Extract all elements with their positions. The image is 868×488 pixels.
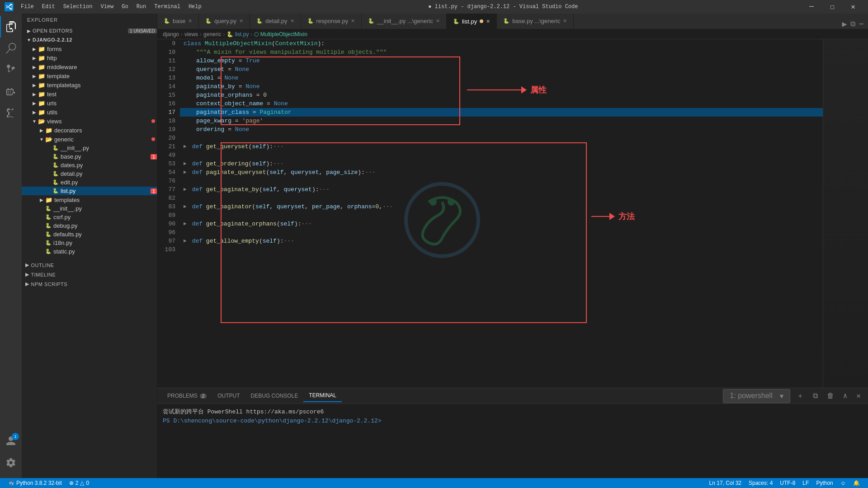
- tab-base-close[interactable]: ✕: [188, 18, 192, 24]
- tab-output[interactable]: OUTPUT: [212, 390, 245, 402]
- tab-list-close[interactable]: ✕: [486, 19, 490, 24]
- collapse-77[interactable]: ▶: [184, 185, 187, 194]
- collapse-97[interactable]: ▶: [184, 237, 187, 245]
- status-spaces[interactable]: Spaces: 4: [745, 480, 776, 486]
- folder-decorators[interactable]: ▶ 📁 decorators: [22, 126, 157, 135]
- tab-problems[interactable]: PROBLEMS 2: [162, 390, 212, 402]
- explorer-icon[interactable]: [0, 16, 22, 38]
- tab-init-generic-close[interactable]: ✕: [436, 18, 440, 24]
- breadcrumb-django[interactable]: django: [163, 31, 179, 38]
- file-defaults[interactable]: 🐍 defaults.py: [22, 230, 157, 239]
- npm-scripts-section[interactable]: ▶ NPM SCRIPTS: [22, 279, 157, 289]
- search-icon[interactable]: [0, 38, 22, 59]
- menu-view[interactable]: View: [97, 2, 117, 11]
- extensions-icon[interactable]: [0, 103, 22, 124]
- status-line-ending[interactable]: LF: [799, 480, 812, 486]
- folder-templates[interactable]: ▶ 📁 templates: [22, 195, 157, 204]
- source-control-icon[interactable]: [0, 59, 22, 81]
- file-dates[interactable]: 🐍 dates.py: [22, 161, 157, 169]
- tab-query-close[interactable]: ✕: [239, 18, 243, 24]
- tab-base[interactable]: 🐍 base ✕: [157, 14, 199, 29]
- timeline-section[interactable]: ▶ TIMELINE: [22, 270, 157, 279]
- folder-test[interactable]: ▶ 📁 test: [22, 89, 157, 99]
- menu-selection[interactable]: Selection: [60, 2, 96, 11]
- split-terminal-button[interactable]: ⧉: [810, 391, 821, 401]
- settings-icon[interactable]: [0, 452, 22, 474]
- outline-section[interactable]: ▶ OUTLINE: [22, 260, 157, 270]
- status-language[interactable]: Python: [812, 480, 836, 486]
- file-csrf[interactable]: 🐍 csrf.py: [22, 213, 157, 221]
- folder-http[interactable]: ▶ 📁 http: [22, 53, 157, 62]
- menu-help[interactable]: Help: [185, 2, 205, 11]
- file-static[interactable]: 🐍 static.py: [22, 247, 157, 256]
- status-notifications[interactable]: 🔔: [849, 480, 863, 486]
- folder-templatetags[interactable]: ▶ 📁 templatetags: [22, 80, 157, 89]
- file-init[interactable]: 🐍 __init__.py: [22, 144, 157, 152]
- folder-template[interactable]: ▶ 📁 template: [22, 71, 157, 80]
- folder-urls[interactable]: ▶ 📁 urls: [22, 99, 157, 108]
- breadcrumb-views[interactable]: views: [184, 31, 198, 38]
- menu-file[interactable]: File: [17, 2, 38, 11]
- tab-base-generic[interactable]: 🐍 base.py ...\generic ✕: [497, 14, 574, 29]
- collapse-90[interactable]: ▶: [184, 220, 187, 228]
- terminal-scroll-up[interactable]: ∧: [840, 390, 850, 401]
- menu-edit[interactable]: Edit: [38, 2, 59, 11]
- collapse-83[interactable]: ▶: [184, 202, 187, 211]
- breadcrumb-file[interactable]: 🐍 list.py: [226, 31, 249, 38]
- run-debug-icon[interactable]: [0, 81, 22, 103]
- title-bar-menu[interactable]: File Edit Selection View Go Run Terminal…: [17, 2, 205, 11]
- status-python[interactable]: Py Python 3.8.2 32-bit: [5, 480, 66, 486]
- tab-detail[interactable]: 🐍 detail.py ✕: [250, 14, 301, 29]
- open-editors-section[interactable]: ▶ OPEN EDITORS 1 UNSAVED: [22, 26, 157, 35]
- tab-response[interactable]: 🐍 response.py ✕: [301, 14, 362, 29]
- tab-list[interactable]: 🐍 list.py ✕: [447, 14, 497, 29]
- maximize-button[interactable]: ☐: [822, 0, 843, 14]
- status-encoding[interactable]: UTF-8: [776, 480, 799, 486]
- menu-run[interactable]: Run: [133, 2, 150, 11]
- folder-utils[interactable]: ▶ 📁 utils: [22, 108, 157, 117]
- terminal-content[interactable]: 尝试新的跨平台 PowerShell https://aka.ms/pscore…: [157, 404, 868, 478]
- file-i18n[interactable]: 🐍 i18n.py: [22, 239, 157, 247]
- breadcrumb-generic[interactable]: generic: [203, 31, 221, 38]
- menu-go[interactable]: Go: [118, 2, 132, 11]
- tab-terminal[interactable]: TERMINAL: [303, 389, 342, 402]
- tab-base-generic-close[interactable]: ✕: [563, 18, 567, 24]
- project-root[interactable]: ▼ DJANGO-2.2.12: [22, 35, 157, 44]
- folder-middleware[interactable]: ▶ 📁 middleware: [22, 62, 157, 71]
- tab-detail-close[interactable]: ✕: [290, 18, 294, 24]
- split-editor-button[interactable]: ⧉: [850, 20, 855, 28]
- status-position[interactable]: Ln 17, Col 32: [706, 480, 745, 486]
- close-button[interactable]: ✕: [843, 0, 863, 14]
- run-button[interactable]: ▶: [842, 19, 847, 29]
- breadcrumb-class[interactable]: ⬡ MultipleObjectMixin: [254, 31, 307, 38]
- collapse-54[interactable]: ▶: [184, 168, 187, 177]
- code-editor[interactable]: 9 10 11 12 13 14 15 16 17 18 19 20 21 49…: [157, 39, 868, 388]
- code-content[interactable]: 属性 方法: [180, 39, 823, 388]
- folder-views[interactable]: ▼ 📂 views: [22, 117, 157, 126]
- more-actions-button[interactable]: ⋯: [859, 19, 863, 28]
- shell-selector[interactable]: 1: powershell ▾: [723, 389, 790, 403]
- terminal-close-button[interactable]: ✕: [854, 390, 863, 401]
- window-controls[interactable]: ─ ☐ ✕: [801, 0, 863, 14]
- account-icon[interactable]: 1: [0, 430, 22, 452]
- file-debug[interactable]: 🐍 debug.py: [22, 221, 157, 230]
- menu-terminal[interactable]: Terminal: [151, 2, 184, 11]
- status-errors[interactable]: ⊗ 2 △ 0: [66, 480, 93, 486]
- tab-init-generic[interactable]: 🐍 __init__.py ...\generic ✕: [362, 14, 447, 29]
- file-detail[interactable]: 🐍 detail.py: [22, 169, 157, 178]
- new-terminal-button[interactable]: ＋: [794, 390, 807, 402]
- tab-debug-console[interactable]: DEBUG CONSOLE: [245, 390, 304, 402]
- folder-forms[interactable]: ▶ 📁 forms: [22, 44, 157, 53]
- file-edit[interactable]: 🐍 edit.py: [22, 178, 157, 187]
- folder-generic[interactable]: ▼ 📂 generic: [22, 135, 157, 144]
- file-base[interactable]: 🐍 base.py 1: [22, 152, 157, 161]
- file-views-init[interactable]: 🐍 __init__.py: [22, 204, 157, 213]
- file-list[interactable]: 🐍 list.py 1: [22, 187, 157, 195]
- tab-response-close[interactable]: ✕: [351, 18, 355, 24]
- kill-terminal-button[interactable]: 🗑: [824, 391, 837, 401]
- collapse-21[interactable]: ▶: [184, 142, 187, 151]
- collapse-53[interactable]: ▶: [184, 160, 187, 168]
- status-feedback[interactable]: ☺: [837, 480, 849, 486]
- tab-query[interactable]: 🐍 query.py ✕: [199, 14, 250, 29]
- minimize-button[interactable]: ─: [801, 0, 822, 14]
